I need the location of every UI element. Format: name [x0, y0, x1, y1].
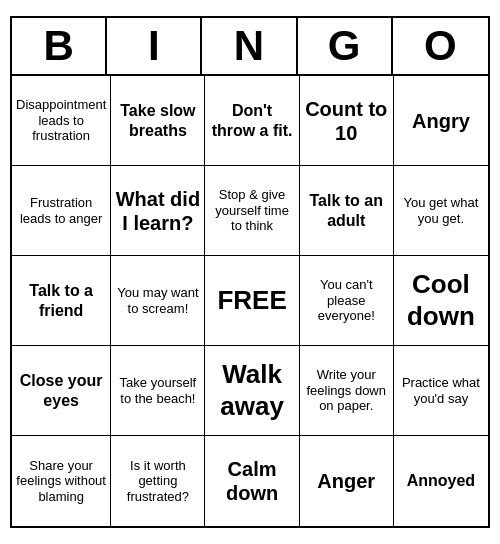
- header-letter: O: [393, 18, 488, 74]
- cell-text: Count to 10: [304, 97, 389, 145]
- cell-text: Write your feelings down on paper.: [304, 367, 389, 414]
- bingo-cell: Share your feelings without blaming: [12, 436, 111, 526]
- bingo-cell: FREE: [205, 256, 299, 346]
- header-letter: G: [298, 18, 393, 74]
- cell-text: You may want to scream!: [115, 285, 200, 316]
- bingo-cell: Write your feelings down on paper.: [300, 346, 394, 436]
- bingo-cell: Close your eyes: [12, 346, 111, 436]
- bingo-cell: Is it worth getting frustrated?: [111, 436, 205, 526]
- cell-text: Stop & give yourself time to think: [209, 187, 294, 234]
- bingo-cell: Don't throw a fit.: [205, 76, 299, 166]
- bingo-cell: Take slow breaths: [111, 76, 205, 166]
- cell-text: Take slow breaths: [115, 101, 200, 139]
- header-letter: B: [12, 18, 107, 74]
- cell-text: Calm down: [209, 457, 294, 505]
- cell-text: You can't please everyone!: [304, 277, 389, 324]
- bingo-cell: Stop & give yourself time to think: [205, 166, 299, 256]
- bingo-header: BINGO: [12, 18, 488, 76]
- cell-text: What did I learn?: [115, 187, 200, 235]
- bingo-cell: Cool down: [394, 256, 488, 346]
- bingo-cell: Talk to a friend: [12, 256, 111, 346]
- cell-text: Is it worth getting frustrated?: [115, 458, 200, 505]
- bingo-cell: Calm down: [205, 436, 299, 526]
- cell-text: Annoyed: [407, 471, 475, 490]
- cell-text: Share your feelings without blaming: [16, 458, 106, 505]
- bingo-cell: You can't please everyone!: [300, 256, 394, 346]
- cell-text: Disappointment leads to frustration: [16, 97, 106, 144]
- cell-text: Practice what you'd say: [398, 375, 484, 406]
- cell-text: Angry: [412, 109, 470, 133]
- bingo-cell: Take yourself to the beach!: [111, 346, 205, 436]
- bingo-cell: Walk away: [205, 346, 299, 436]
- bingo-cell: Angry: [394, 76, 488, 166]
- cell-text: FREE: [217, 285, 286, 316]
- header-letter: I: [107, 18, 202, 74]
- cell-text: Cool down: [398, 269, 484, 331]
- bingo-cell: Practice what you'd say: [394, 346, 488, 436]
- cell-text: You get what you get.: [398, 195, 484, 226]
- bingo-cell: Annoyed: [394, 436, 488, 526]
- cell-text: Frustration leads to anger: [16, 195, 106, 226]
- bingo-cell: You get what you get.: [394, 166, 488, 256]
- cell-text: Anger: [317, 469, 375, 493]
- cell-text: Don't throw a fit.: [209, 101, 294, 139]
- bingo-cell: Count to 10: [300, 76, 394, 166]
- cell-text: Take yourself to the beach!: [115, 375, 200, 406]
- bingo-card: BINGO Disappointment leads to frustratio…: [10, 16, 490, 528]
- bingo-cell: Anger: [300, 436, 394, 526]
- cell-text: Talk to an adult: [304, 191, 389, 229]
- bingo-cell: You may want to scream!: [111, 256, 205, 346]
- bingo-cell: What did I learn?: [111, 166, 205, 256]
- cell-text: Close your eyes: [16, 371, 106, 409]
- cell-text: Talk to a friend: [16, 281, 106, 319]
- bingo-cell: Talk to an adult: [300, 166, 394, 256]
- bingo-cell: Disappointment leads to frustration: [12, 76, 111, 166]
- bingo-grid: Disappointment leads to frustrationTake …: [12, 76, 488, 526]
- cell-text: Walk away: [209, 359, 294, 421]
- bingo-cell: Frustration leads to anger: [12, 166, 111, 256]
- header-letter: N: [202, 18, 297, 74]
